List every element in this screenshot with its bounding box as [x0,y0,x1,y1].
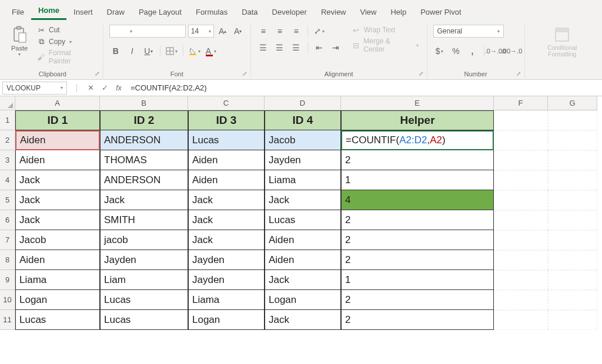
cell-E7[interactable]: 2 [341,230,494,250]
percent-format-button[interactable]: % [450,45,463,58]
cell-A8[interactable]: Aiden [15,250,100,270]
cell-A6[interactable]: Jack [15,210,100,230]
increase-decimal-button[interactable]: .0→.00 [489,45,502,58]
cell-B6[interactable]: SMITH [100,210,188,230]
cell-D4[interactable]: Liama [265,170,341,190]
cell-D7[interactable]: Aiden [265,230,341,250]
cell-G5[interactable] [548,190,597,210]
accounting-format-button[interactable]: $ [433,45,446,58]
fx-icon[interactable]: fx [112,84,126,92]
cell-G4[interactable] [548,170,597,190]
formula-input[interactable]: =COUNTIF(A2:D2,A2) [126,80,602,96]
cell-G10[interactable] [548,290,597,310]
cell-E9[interactable]: 1 [341,270,494,290]
cell-A7[interactable]: Jacob [15,230,100,250]
cell-B5[interactable]: Jack [100,190,188,210]
row-header-10[interactable]: 10 [0,290,15,310]
row-header-11[interactable]: 11 [0,310,15,330]
cell-D10[interactable]: Logan [265,290,341,310]
row-header-4[interactable]: 4 [0,170,15,190]
cell-F3[interactable] [494,150,548,170]
cell-E10[interactable]: 2 [341,290,494,310]
cell-F5[interactable] [494,190,548,210]
number-format-select[interactable]: General▾ [433,25,504,38]
name-box[interactable]: VLOOKUP▾ [2,82,67,95]
fill-color-button[interactable] [188,45,201,58]
tab-page-layout[interactable]: Page Layout [132,4,189,20]
cell-D9[interactable]: Jack [265,270,341,290]
tab-draw[interactable]: Draw [100,4,132,20]
cell-D3[interactable]: Jayden [265,150,341,170]
cell-B2[interactable]: ANDERSON [100,130,188,150]
cell-E2[interactable]: =COUNTIF(A2:D2,A2) [341,130,494,150]
italic-button[interactable]: I [126,45,139,58]
cut-button[interactable]: ✂Cut [34,25,97,35]
row-header-2[interactable]: 2 [0,130,15,150]
cell-C7[interactable]: Jack [188,230,265,250]
tab-file[interactable]: File [5,4,31,20]
cell-A9[interactable]: Liama [15,270,100,290]
cell-A10[interactable]: Logan [15,290,100,310]
orientation-button[interactable]: ⤢ [313,25,326,38]
cell-G2[interactable] [548,130,597,150]
format-painter-button[interactable]: 🖌Format Painter [34,48,97,66]
row-header-7[interactable]: 7 [0,230,15,250]
accept-formula-button[interactable]: ✓ [98,82,112,95]
cell-E8[interactable]: 2 [341,250,494,270]
decrease-font-button[interactable]: A▾ [232,25,245,38]
tab-review[interactable]: Review [314,4,353,20]
header-cell-C[interactable]: ID 3 [188,110,265,130]
tab-help[interactable]: Help [383,4,413,20]
cell-F9[interactable] [494,270,548,290]
cell-G9[interactable] [548,270,597,290]
cell-F6[interactable] [494,210,548,230]
cell-A3[interactable]: Aiden [15,150,100,170]
cell-A5[interactable]: Jack [15,190,100,210]
tab-data[interactable]: Data [235,4,265,20]
font-size-select[interactable]: 14▾ [188,25,214,38]
cell-B11[interactable]: Lucas [100,310,188,330]
cell-E5[interactable]: 4 [341,190,494,210]
cell-C11[interactable]: Logan [188,310,265,330]
conditional-formatting-button[interactable]: Conditional Formatting [531,25,594,59]
header-cell-E[interactable]: Helper [341,110,494,130]
cell-B10[interactable]: Lucas [100,290,188,310]
align-bottom-button[interactable]: ≡ [290,25,303,38]
cell-B4[interactable]: ANDERSON [100,170,188,190]
cell-F2[interactable] [494,130,548,150]
align-left-button[interactable]: ☰ [257,41,270,54]
cell-G6[interactable] [548,210,597,230]
align-top-button[interactable]: ≡ [257,25,270,38]
row-header-5[interactable]: 5 [0,190,15,210]
col-header-A[interactable]: A [15,96,100,110]
tab-insert[interactable]: Insert [66,4,100,20]
cell-C9[interactable]: Jayden [188,270,265,290]
cell-F10[interactable] [494,290,548,310]
col-header-B[interactable]: B [100,96,188,110]
cancel-formula-button[interactable]: ✕ [83,82,98,95]
cell-C5[interactable]: Jack [188,190,265,210]
header-cell-D[interactable]: ID 4 [265,110,341,130]
col-header-F[interactable]: F [494,96,548,110]
cell-C2[interactable]: Lucas [188,130,265,150]
col-header-G[interactable]: G [548,96,597,110]
cell-F7[interactable] [494,230,548,250]
copy-button[interactable]: ⧉Copy▾ [34,36,97,47]
font-family-select[interactable]: ▾ [109,25,186,38]
decrease-decimal-button[interactable]: .00→.0 [506,45,519,58]
header-cell-B[interactable]: ID 2 [100,110,188,130]
cell-A2[interactable]: Aiden [15,130,100,150]
cell-E3[interactable]: 2 [341,150,494,170]
cell-C10[interactable]: Liama [188,290,265,310]
tab-power-pivot[interactable]: Power Pivot [413,4,468,20]
comma-format-button[interactable]: , [466,45,479,58]
row-header-3[interactable]: 3 [0,150,15,170]
cell-F8[interactable] [494,250,548,270]
cell-C3[interactable]: Aiden [188,150,265,170]
paste-button[interactable]: Paste ▾ [8,25,31,58]
cell-A4[interactable]: Jack [15,170,100,190]
cell-G1[interactable] [548,110,597,130]
font-color-button[interactable]: A [205,45,218,58]
cell-E6[interactable]: 2 [341,210,494,230]
cell-B7[interactable]: jacob [100,230,188,250]
